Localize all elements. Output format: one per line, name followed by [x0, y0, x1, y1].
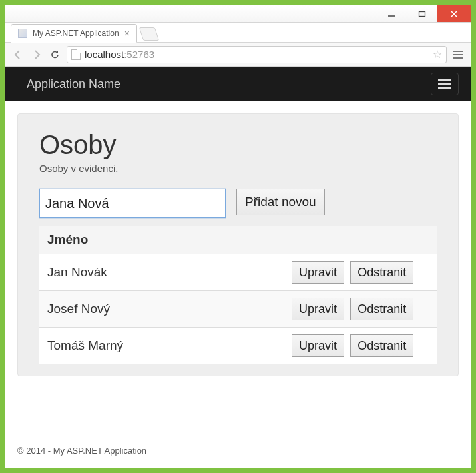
- edit-button[interactable]: Upravit: [292, 334, 344, 357]
- minimize-icon: [387, 10, 395, 18]
- browser-toolbar: localhost:52763 ☆: [5, 43, 471, 67]
- window-minimize-button[interactable]: [376, 5, 407, 22]
- footer-text: © 2014 - My ASP.NET Application: [17, 446, 146, 456]
- close-icon: [450, 10, 458, 18]
- favicon-icon: [18, 29, 27, 38]
- page-icon: [71, 49, 81, 60]
- cell-name: Tomáš Marný: [39, 328, 284, 364]
- window-titlebar: [5, 5, 471, 23]
- bookmark-star-icon[interactable]: ☆: [433, 48, 442, 61]
- cell-name: Josef Nový: [39, 291, 284, 328]
- cell-actions: Upravit Odstranit: [284, 328, 437, 364]
- delete-button[interactable]: Odstranit: [350, 261, 413, 284]
- persons-table: Jméno Jan Novák Upravit Odstranit: [39, 226, 437, 364]
- window-maximize-button[interactable]: [407, 5, 437, 22]
- navbar-toggle-button[interactable]: [431, 73, 459, 95]
- svg-rect-1: [419, 11, 425, 16]
- add-form-row: Přidat novou: [39, 189, 437, 218]
- table-row: Tomáš Marný Upravit Odstranit: [39, 328, 437, 364]
- edit-button[interactable]: Upravit: [292, 298, 344, 320]
- page-viewport: Application Name Osoby Osoby v evidenci.…: [5, 67, 471, 468]
- window-close-button[interactable]: [437, 5, 471, 22]
- tab-close-icon[interactable]: ×: [124, 29, 130, 38]
- cell-name: Jan Novák: [39, 254, 284, 291]
- arrow-right-icon: [31, 49, 42, 60]
- hamburger-icon: [438, 79, 451, 81]
- edit-button[interactable]: Upravit: [292, 261, 344, 284]
- forward-button[interactable]: [29, 47, 44, 62]
- back-button[interactable]: [11, 47, 25, 62]
- app-brand[interactable]: Application Name: [27, 77, 120, 91]
- tab-title: My ASP.NET Application: [33, 29, 119, 38]
- cell-actions: Upravit Odstranit: [284, 291, 437, 328]
- delete-button[interactable]: Odstranit: [350, 298, 413, 320]
- page-container: Osoby Osoby v evidenci. Přidat novou Jmé…: [5, 101, 471, 436]
- add-button[interactable]: Přidat novou: [236, 189, 325, 215]
- reload-button[interactable]: [48, 47, 63, 62]
- cell-actions: Upravit Odstranit: [284, 254, 437, 291]
- column-header-actions: [284, 226, 437, 254]
- table-row: Jan Novák Upravit Odstranit: [39, 254, 437, 291]
- app-navbar: Application Name: [5, 67, 471, 101]
- page-title: Osoby: [39, 130, 437, 160]
- hamburger-icon: [453, 51, 463, 52]
- page-subtitle: Osoby v evidenci.: [39, 163, 437, 174]
- name-input[interactable]: [39, 189, 226, 218]
- browser-tab[interactable]: My ASP.NET Application ×: [11, 24, 137, 43]
- page-footer: © 2014 - My ASP.NET Application: [5, 436, 471, 468]
- main-panel: Osoby Osoby v evidenci. Přidat novou Jmé…: [17, 113, 459, 376]
- table-row: Josef Nový Upravit Odstranit: [39, 291, 437, 328]
- browser-menu-button[interactable]: [451, 51, 465, 59]
- new-tab-button[interactable]: [139, 27, 159, 41]
- column-header-name: Jméno: [39, 226, 284, 254]
- url-host: localhost: [85, 49, 124, 60]
- delete-button[interactable]: Odstranit: [350, 334, 413, 357]
- browser-tabstrip: My ASP.NET Application ×: [5, 23, 471, 43]
- url-input[interactable]: localhost:52763 ☆: [67, 46, 447, 63]
- reload-icon: [50, 49, 61, 60]
- browser-window: My ASP.NET Application × localhost:52763…: [5, 5, 471, 468]
- maximize-icon: [418, 10, 426, 18]
- url-port: :52763: [124, 49, 154, 60]
- arrow-left-icon: [13, 49, 23, 60]
